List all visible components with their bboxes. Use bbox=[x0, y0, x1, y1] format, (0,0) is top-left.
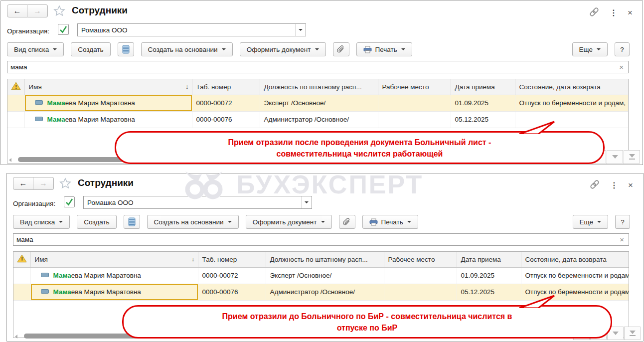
annotation-callout-2: Прием отразили до Больничного по БиР - с… bbox=[122, 305, 612, 339]
column-header-hire-date[interactable]: Дата приема bbox=[451, 79, 515, 95]
toolbar: Вид списка Создать Создать на основании … bbox=[13, 215, 418, 229]
organization-value: Ромашка ООО bbox=[78, 26, 295, 34]
table-row[interactable]: Мамаева Мария Маратовна 0000-00072 Экспе… bbox=[7, 95, 628, 111]
caret-down-icon bbox=[222, 48, 226, 50]
more-button[interactable]: Еще bbox=[572, 42, 608, 56]
column-header-position[interactable]: Должность по штатному расп... bbox=[266, 252, 384, 267]
annotation-callout-1: Прием отразили после проведения документ… bbox=[115, 131, 605, 164]
search-box: × bbox=[13, 233, 629, 246]
toolbar: Вид списка Создать Создать на основании … bbox=[7, 42, 412, 56]
caret-down-icon bbox=[53, 48, 57, 50]
warning-column-header[interactable]: ! bbox=[7, 79, 24, 95]
warning-triangle-icon: ! bbox=[11, 81, 21, 91]
warning-column-header[interactable]: ! bbox=[13, 252, 30, 267]
create-group-button[interactable] bbox=[124, 215, 140, 229]
page-title: Сотрудники bbox=[72, 5, 128, 16]
list-stack-icon bbox=[122, 45, 130, 54]
back-button[interactable]: ← bbox=[13, 177, 33, 190]
close-icon[interactable]: × bbox=[628, 180, 633, 190]
screenshot-page: ← → Сотрудники ⋮ × Организация: Ромашка … bbox=[0, 0, 644, 342]
favorite-star-icon[interactable] bbox=[53, 4, 66, 17]
organization-select[interactable]: Ромашка ООО bbox=[83, 196, 312, 209]
more-menu-icon[interactable]: ⋮ bbox=[610, 180, 618, 190]
callout-text-line1: Прием отразили до Больничного по БиР - с… bbox=[124, 311, 611, 322]
paperclip-icon bbox=[343, 218, 351, 226]
table-row[interactable]: Мамаева Мария Маратовна 0000-00072 Экспе… bbox=[13, 267, 629, 284]
go-down-button[interactable] bbox=[607, 150, 623, 164]
page-title: Сотрудники bbox=[78, 177, 134, 188]
forward-button[interactable]: → bbox=[33, 177, 54, 190]
search-input[interactable] bbox=[7, 63, 615, 71]
printer-icon bbox=[363, 46, 372, 53]
column-header-position[interactable]: Должность по штатному расп... bbox=[260, 79, 378, 95]
close-icon[interactable]: × bbox=[628, 8, 633, 18]
copy-link-icon[interactable] bbox=[589, 179, 600, 192]
employee-marker-icon bbox=[41, 273, 49, 277]
view-list-button[interactable]: Вид списка bbox=[13, 215, 70, 229]
attachments-button[interactable] bbox=[339, 215, 355, 229]
create-button[interactable]: Создать bbox=[77, 215, 116, 229]
callout-tail bbox=[518, 121, 564, 134]
history-nav: ← → bbox=[13, 177, 54, 190]
more-button[interactable]: Еще bbox=[573, 215, 608, 229]
forward-button[interactable]: → bbox=[27, 4, 48, 17]
column-header-name[interactable]: Имя↓ bbox=[24, 79, 192, 95]
make-document-button[interactable]: Оформить документ bbox=[246, 215, 332, 229]
column-header-tab-number[interactable]: Таб. номер bbox=[192, 79, 260, 95]
column-header-name[interactable]: Имя↓ bbox=[30, 252, 198, 267]
back-arrow-icon: ← bbox=[19, 179, 27, 188]
create-based-on-button[interactable]: Создать на основании bbox=[147, 215, 239, 229]
caret-down-icon bbox=[597, 221, 601, 223]
list-stack-icon bbox=[128, 217, 136, 226]
favorite-star-icon[interactable] bbox=[59, 177, 72, 190]
callout-text-line2: отпуске по БиР bbox=[124, 322, 611, 334]
organization-label: Организация: bbox=[13, 200, 55, 207]
caret-down-icon bbox=[597, 48, 601, 50]
sort-descending-icon: ↓ bbox=[185, 83, 189, 90]
search-input[interactable] bbox=[13, 236, 615, 243]
organization-checkbox[interactable] bbox=[58, 24, 69, 35]
column-header-state[interactable]: Состояние, дата возврата bbox=[521, 252, 629, 267]
forward-arrow-icon: → bbox=[39, 179, 47, 188]
column-header-state[interactable]: Состояние, дата возврата bbox=[515, 79, 628, 95]
help-button[interactable]: ? bbox=[615, 42, 630, 56]
toolbar-right: Еще ? bbox=[572, 42, 630, 56]
copy-link-icon[interactable] bbox=[589, 6, 600, 19]
column-header-hire-date[interactable]: Дата приема bbox=[457, 252, 521, 267]
callout-text-line1: Прием отразили после проведения документ… bbox=[116, 137, 603, 148]
chevron-down-icon[interactable] bbox=[301, 196, 312, 208]
clear-search-icon[interactable]: × bbox=[615, 235, 629, 244]
forward-arrow-icon: → bbox=[33, 6, 41, 15]
caret-down-icon bbox=[407, 221, 411, 223]
view-list-button[interactable]: Вид списка bbox=[7, 42, 64, 56]
printer-icon bbox=[369, 218, 378, 226]
more-menu-icon[interactable]: ⋮ bbox=[610, 8, 618, 18]
chevron-down-icon[interactable] bbox=[295, 24, 306, 36]
attachments-button[interactable] bbox=[333, 42, 349, 56]
make-document-button[interactable]: Оформить документ bbox=[240, 42, 326, 56]
print-button[interactable]: Печать bbox=[356, 42, 412, 56]
create-group-button[interactable] bbox=[118, 42, 134, 56]
column-header-workplace[interactable]: Рабочее место bbox=[384, 252, 457, 267]
help-button[interactable]: ? bbox=[615, 215, 630, 229]
clear-search-icon[interactable]: × bbox=[615, 63, 628, 71]
create-based-on-button[interactable]: Создать на основании bbox=[141, 42, 233, 56]
back-button[interactable]: ← bbox=[7, 4, 27, 17]
go-last-button[interactable] bbox=[624, 150, 640, 164]
scroll-left-icon[interactable] bbox=[15, 335, 17, 339]
scroll-left-icon[interactable] bbox=[9, 158, 11, 162]
callout-text-line2: совместительница числится работающей bbox=[116, 148, 603, 160]
caret-down-icon bbox=[401, 48, 405, 50]
go-last-button[interactable] bbox=[624, 327, 641, 340]
column-header-tab-number[interactable]: Таб. номер bbox=[198, 252, 266, 267]
callout-tail bbox=[518, 295, 564, 308]
organization-checkbox[interactable] bbox=[64, 196, 75, 207]
print-button[interactable]: Печать bbox=[362, 215, 418, 229]
column-header-workplace[interactable]: Рабочее место bbox=[378, 79, 451, 95]
back-arrow-icon: ← bbox=[13, 6, 21, 15]
organization-select[interactable]: Ромашка ООО bbox=[77, 23, 306, 36]
caret-down-icon bbox=[321, 221, 325, 223]
create-button[interactable]: Создать bbox=[71, 42, 110, 56]
history-nav: ← → bbox=[7, 4, 48, 17]
caret-down-icon bbox=[59, 221, 63, 223]
